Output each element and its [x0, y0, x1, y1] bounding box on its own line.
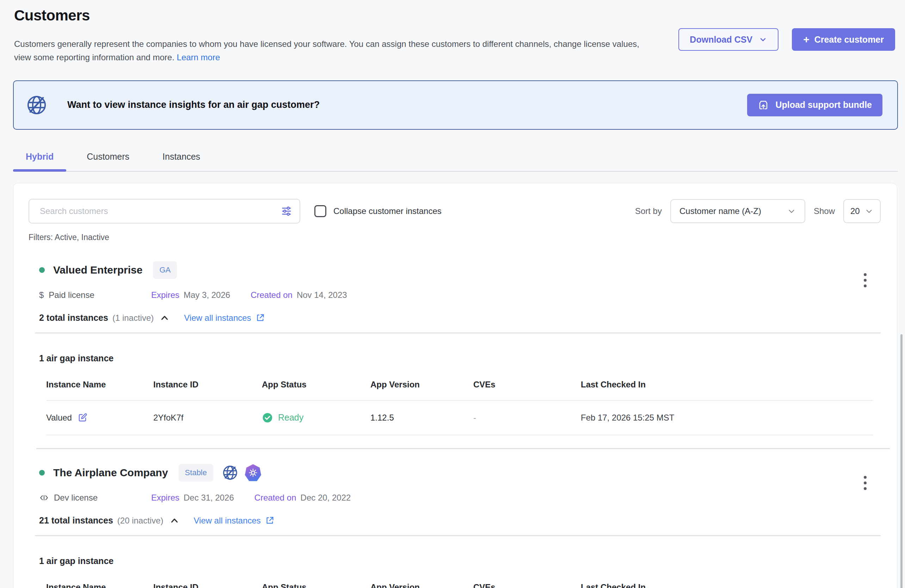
search-input[interactable]	[29, 199, 300, 224]
channel-badge: Stable	[179, 464, 213, 482]
license-type: Dev license	[39, 493, 151, 503]
download-csv-label: Download CSV	[690, 35, 753, 45]
download-csv-button[interactable]: Download CSV	[678, 28, 778, 51]
ready-check-icon	[262, 412, 273, 423]
toolbar: Collapse customer instances Sort by Cust…	[29, 199, 881, 224]
instance-table-header: Instance Name Instance ID App Status App…	[46, 582, 873, 588]
customer-header: Valued Enterprise GA	[39, 261, 881, 279]
created-date: Dec 20, 2022	[301, 493, 351, 503]
collapse-chevron-up-icon[interactable]	[169, 515, 180, 526]
col-instance-id: Instance ID	[153, 380, 262, 389]
divider	[35, 332, 881, 334]
collapse-chevron-up-icon[interactable]	[159, 313, 170, 323]
instance-table: Instance Name Instance ID App Status App…	[46, 380, 873, 435]
sort-by-value: Customer name (A-Z)	[680, 206, 761, 216]
channel-badge: GA	[153, 261, 177, 279]
created-group: Created on Nov 14, 2023	[251, 290, 347, 300]
col-app-status: App Status	[262, 582, 370, 588]
instance-name: Valued	[46, 413, 72, 423]
divider	[35, 535, 881, 536]
scrollbar-thumb[interactable]	[900, 334, 903, 588]
customers-page: Customers Customers generally represent …	[0, 0, 905, 588]
license-row: $ Paid license Expires May 3, 2026 Creat…	[39, 290, 881, 300]
upload-support-bundle-button[interactable]: Upload support bundle	[747, 94, 883, 116]
customer-name[interactable]: Valued Enterprise	[53, 264, 142, 276]
instance-table-header: Instance Name Instance ID App Status App…	[46, 380, 873, 401]
view-all-instances-link[interactable]: View all instances	[194, 516, 275, 526]
collapse-instances-label: Collapse customer instances	[333, 206, 441, 216]
col-app-version: App Version	[370, 582, 473, 588]
last-checked-in-cell: Feb 17, 2026 15:25 MST	[581, 413, 873, 423]
edit-icon[interactable]	[78, 412, 88, 423]
sort-by-select[interactable]: Customer name (A-Z)	[670, 199, 805, 223]
expires-label: Expires	[151, 290, 179, 300]
page-description-text: Customers generally represent the compan…	[14, 39, 639, 62]
customer-capability-icons	[222, 464, 261, 481]
tab-customers[interactable]: Customers	[74, 152, 142, 171]
customer-card-valued-enterprise: Valued Enterprise GA $ Paid license Expi…	[39, 261, 881, 435]
col-last-checked-in: Last Checked In	[581, 582, 873, 588]
col-cves: CVEs	[473, 582, 581, 588]
instances-summary-row: 2 total instances (1 inactive) View all …	[39, 313, 881, 323]
instance-name-cell: Valued	[46, 412, 153, 423]
instances-inactive: (20 inactive)	[117, 516, 164, 526]
show-label: Show	[814, 206, 835, 216]
collapse-instances-checkbox[interactable]	[314, 205, 326, 217]
created-label: Created on	[254, 493, 296, 503]
license-type-label: Paid license	[49, 290, 94, 300]
cves-cell: -	[473, 413, 581, 423]
tab-instances[interactable]: Instances	[150, 152, 213, 171]
created-group: Created on Dec 20, 2022	[254, 493, 351, 503]
external-link-icon	[256, 313, 265, 323]
dollar-icon: $	[39, 290, 44, 300]
page-description: Customers generally represent the compan…	[14, 37, 648, 64]
app-status-value: Ready	[278, 412, 303, 423]
sort-by-label: Sort by	[635, 206, 662, 216]
tab-hybrid[interactable]: Hybrid	[13, 152, 66, 171]
create-customer-button[interactable]: Create customer	[792, 28, 895, 51]
customer-separator	[36, 448, 890, 449]
expires-group: Expires Dec 31, 2026	[151, 493, 234, 503]
app-status-cell: Ready	[262, 412, 370, 423]
airgap-globe-icon	[222, 465, 238, 480]
customer-menu-button[interactable]	[862, 474, 869, 492]
expires-date: Dec 31, 2026	[184, 493, 234, 503]
tab-bar: Hybrid Customers Instances	[13, 152, 898, 172]
code-icon	[39, 493, 49, 503]
toolbar-right: Sort by Customer name (A-Z) Show 20	[635, 199, 881, 223]
upload-support-bundle-label: Upload support bundle	[775, 100, 872, 110]
app-version-cell: 1.12.5	[370, 413, 473, 423]
view-all-instances-link[interactable]: View all instances	[184, 313, 265, 323]
customer-name[interactable]: The Airplane Company	[53, 467, 168, 479]
filter-sliders-icon[interactable]	[281, 205, 292, 217]
instance-id-cell: 2YfoK7f	[153, 413, 262, 423]
customer-header: The Airplane Company Stable	[39, 464, 881, 482]
col-instance-name: Instance Name	[46, 582, 153, 588]
kubernetes-icon	[245, 464, 261, 481]
page-title: Customers	[14, 7, 891, 24]
airgap-instance-heading: 1 air gap instance	[39, 353, 881, 364]
customer-menu-button[interactable]	[862, 271, 869, 289]
instances-total: 2 total instances	[39, 313, 108, 323]
chevron-down-icon	[787, 207, 796, 216]
header-actions: Download CSV Create customer	[678, 28, 895, 51]
col-cves: CVEs	[473, 380, 581, 389]
instances-total: 21 total instances	[39, 515, 113, 526]
collapse-instances-toggle[interactable]: Collapse customer instances	[314, 205, 441, 217]
airgap-instance-heading: 1 air gap instance	[39, 556, 881, 566]
col-last-checked-in: Last Checked In	[581, 380, 873, 389]
learn-more-link[interactable]: Learn more	[177, 52, 220, 62]
col-instance-id: Instance ID	[153, 582, 262, 588]
create-customer-label: Create customer	[814, 35, 884, 45]
instances-inactive: (1 inactive)	[113, 313, 154, 323]
expires-group: Expires May 3, 2026	[151, 290, 230, 300]
plus-icon	[803, 34, 810, 45]
expires-label: Expires	[151, 493, 179, 503]
show-value: 20	[850, 206, 860, 216]
view-all-instances-label: View all instances	[184, 313, 251, 323]
airgap-globe-icon	[27, 95, 47, 115]
customer-card-the-airplane-company: The Airplane Company Stable	[39, 464, 881, 588]
show-select[interactable]: 20	[843, 199, 881, 223]
active-status-dot	[39, 470, 45, 475]
active-filters-text: Filters: Active, Inactive	[29, 233, 881, 242]
